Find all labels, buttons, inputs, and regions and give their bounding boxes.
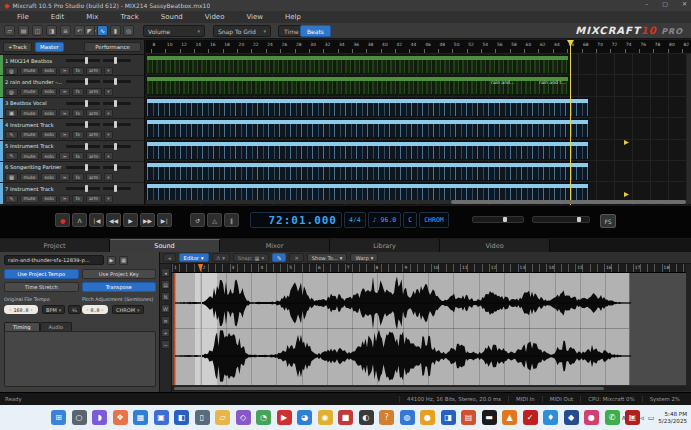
clip-track-5[interactable] — [146, 141, 589, 160]
track-fx-button[interactable]: fx — [72, 131, 83, 139]
master-volume-slider[interactable] — [532, 216, 590, 223]
save-icon[interactable]: ◫ — [32, 25, 43, 36]
menu-sound[interactable]: Sound — [150, 11, 194, 23]
track-mute-button[interactable]: mute — [20, 173, 39, 181]
track-name[interactable]: 6 Songwriting Partner — [5, 164, 63, 170]
track-options-dropdown[interactable]: ▾ — [104, 173, 113, 181]
track-arm-button[interactable]: arm — [86, 195, 102, 203]
timeline-lane-6[interactable] — [146, 161, 691, 182]
editor-strip-button-4[interactable]: ≡ — [161, 316, 170, 325]
clip-track-4[interactable] — [146, 119, 589, 138]
waveform-area[interactable] — [172, 273, 691, 385]
track-volume-slider[interactable] — [66, 123, 100, 126]
preview-sound-button[interactable]: ▶ — [107, 256, 116, 265]
master-track-button[interactable]: Master — [35, 42, 64, 52]
track-solo-button[interactable]: solo — [41, 131, 57, 139]
clip-track-3[interactable] — [146, 98, 589, 117]
track-fx-button[interactable]: fx — [72, 173, 83, 181]
pencil-tool-icon[interactable]: ✎ — [272, 253, 286, 262]
track-solo-button[interactable]: solo — [41, 152, 57, 160]
track-arm-button[interactable]: arm — [86, 88, 102, 96]
navy-app-icon[interactable]: ◆ — [564, 410, 579, 425]
track-automation-button[interactable]: ≈ — [59, 152, 70, 160]
track-mute-button[interactable]: mute — [20, 152, 39, 160]
pencil-icon[interactable]: ✎ — [5, 195, 18, 203]
beats-mode-button[interactable]: Beats — [300, 25, 331, 37]
track-mute-button[interactable]: mute — [20, 88, 39, 96]
select-tool-icon[interactable]: ◤ — [84, 25, 95, 36]
fullscreen-button[interactable]: FS — [600, 214, 616, 228]
transpose-button[interactable]: Transpose — [82, 282, 157, 292]
editor-dropdown[interactable]: Editor▾ — [179, 253, 209, 262]
track-row-6[interactable]: 6 Songwriting Partner▦mutesolo≈fxarm▾ — [0, 162, 144, 183]
track-arm-button[interactable]: arm — [86, 109, 102, 117]
copilot-icon[interactable]: ◗ — [92, 410, 107, 425]
maximize-button[interactable]: ▢ — [662, 0, 668, 7]
timeline-horizontal-scrollbar[interactable] — [146, 200, 691, 204]
metronome-dropdown[interactable]: Λ▾ — [212, 253, 230, 262]
start-icon[interactable]: ⊞ — [51, 410, 66, 425]
track-volume-slider[interactable] — [66, 166, 100, 169]
tab-project[interactable]: Project — [0, 239, 110, 252]
track-name[interactable]: 4 Instrument Track — [5, 122, 63, 128]
track-automation-button[interactable]: ≈ — [59, 195, 70, 203]
track-volume-slider[interactable] — [66, 145, 100, 148]
track-pan-slider[interactable] — [103, 59, 131, 62]
tab-sound[interactable]: Sound — [110, 239, 220, 252]
app-blue1-icon[interactable]: ▣ — [154, 410, 169, 425]
timeline-lane-5[interactable] — [146, 140, 691, 161]
help-icon[interactable]: ? — [379, 410, 394, 425]
photos-icon[interactable]: ❖ — [113, 410, 128, 425]
file-explorer-icon[interactable]: ▱ — [215, 410, 230, 425]
track-fx-button[interactable]: fx — [72, 195, 83, 203]
sound-name-field[interactable]: rain-and-thunder-sfx-12839-p... — [4, 255, 104, 265]
track-name[interactable]: 3 Beatbox Vocal — [5, 100, 63, 106]
subtab-timing[interactable]: Timing — [4, 322, 40, 331]
track-arm-button[interactable]: arm — [86, 173, 102, 181]
timeline-lane-2[interactable]: rain and...rain and t... — [146, 75, 691, 96]
tempo-display[interactable]: ♪ 96.0 — [368, 212, 402, 228]
menu-mix[interactable]: Mix — [75, 11, 109, 23]
track-solo-button[interactable]: solo — [41, 195, 57, 203]
track-name[interactable]: 2 rain and thunder -... — [5, 79, 63, 85]
track-mute-button[interactable]: mute — [20, 131, 39, 139]
globe-icon[interactable]: ◍ — [400, 410, 415, 425]
metronome-button[interactable]: Λ — [72, 213, 87, 227]
taskbar-clock[interactable]: 5:48 PM 5/23/2025 — [658, 411, 687, 425]
track-options-dropdown[interactable]: ▾ — [104, 88, 113, 96]
track-volume-slider[interactable] — [66, 80, 100, 83]
subtab-audio[interactable]: Audio — [40, 322, 73, 331]
audio-clip-waveform[interactable] — [174, 273, 630, 385]
timeline-vertical-scrollbar[interactable] — [687, 54, 691, 201]
track-arm-button[interactable]: arm — [86, 131, 102, 139]
pitch-value[interactable]: ◂0.0▸ — [82, 305, 108, 314]
track-pan-slider[interactable] — [103, 80, 131, 83]
tab-video[interactable]: Video — [440, 239, 550, 252]
timeline-lane-3[interactable] — [146, 97, 691, 118]
track-options-dropdown[interactable]: ▾ — [104, 67, 113, 75]
collapse-panel-button[interactable]: ◂ — [163, 253, 176, 262]
use-project-tempo-button[interactable]: Use Project Tempo — [4, 269, 79, 279]
performance-panel-button[interactable]: Performance — [84, 42, 141, 52]
use-project-key-button[interactable]: Use Project Key — [82, 269, 157, 279]
editor-snap-dropdown[interactable]: Snap:▦▾ — [233, 253, 269, 262]
mix-list-icon[interactable]: ≡ — [60, 25, 71, 36]
original-tempo-value[interactable]: ◂160.0▸ — [4, 305, 38, 314]
track-solo-button[interactable]: solo — [41, 88, 57, 96]
search-icon[interactable]: ○ — [72, 410, 87, 425]
menu-help[interactable]: Help — [274, 11, 312, 23]
tray-volume-icon[interactable]: ◃ — [640, 414, 644, 422]
track-row-7[interactable]: 7 Instrument Track✎mutesolo≈fxarm▾ — [0, 183, 144, 204]
track-pan-slider[interactable] — [103, 102, 131, 105]
clip-track-6[interactable] — [146, 162, 589, 181]
chrome-icon[interactable]: ◉ — [318, 410, 333, 425]
rewind-button[interactable]: ◀◀ — [106, 213, 121, 227]
track-automation-button[interactable]: ≈ — [59, 173, 70, 181]
app-blue2-icon[interactable]: ◧ — [174, 410, 189, 425]
track-pan-slider[interactable] — [103, 187, 131, 190]
key-display[interactable]: C — [403, 212, 417, 228]
track-volume-slider[interactable] — [66, 102, 100, 105]
pencil-icon[interactable]: ✎ — [5, 131, 18, 139]
tray-caret-icon[interactable]: ∧ — [621, 414, 626, 422]
track-options-dropdown[interactable]: ▾ — [104, 109, 113, 117]
